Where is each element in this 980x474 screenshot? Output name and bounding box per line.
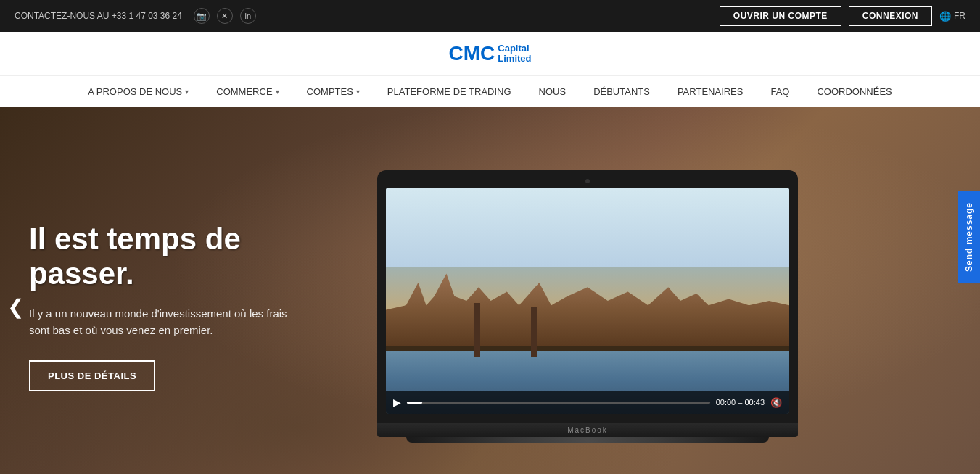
instagram-icon[interactable]: 📷 <box>194 8 210 24</box>
laptop-container: ▶ 00:00 – 00:43 🔇 <box>377 170 798 444</box>
laptop-brand-label: MacBook <box>567 426 608 434</box>
hero-content: ❮ Il est temps de passer. Il y a un nouv… <box>0 170 980 444</box>
hero-text: ❮ Il est temps de passer. Il y a un nouv… <box>29 222 334 392</box>
top-bar: CONTACTEZ-NOUS AU +33 1 47 03 36 24 📷 ✕ … <box>0 0 980 32</box>
laptop-screen: ▶ 00:00 – 00:43 🔇 <box>386 188 789 415</box>
chevron-down-icon: ▾ <box>356 88 360 96</box>
top-bar-left: CONTACTEZ-NOUS AU +33 1 47 03 36 24 📷 ✕ … <box>15 8 256 24</box>
nav-item-debutants[interactable]: DÉBUTANTS <box>590 76 653 108</box>
play-icon[interactable]: ▶ <box>393 396 401 408</box>
top-bar-right: OUVRIR UN COMPTE CONNEXION 🌐 FR <box>720 6 965 26</box>
globe-icon: 🌐 <box>939 11 951 22</box>
nav-label-commerce: COMMERCE <box>216 86 272 97</box>
laptop-foot <box>406 437 769 443</box>
nav-label-trading: PLATEFORME DE TRADING <box>387 86 511 97</box>
logo-cmc: CMC <box>449 42 495 65</box>
open-account-button[interactable]: OUVRIR UN COMPTE <box>720 6 841 26</box>
nav-label-nous: NOUS <box>539 86 567 97</box>
chevron-down-icon: ▾ <box>185 88 189 96</box>
video-time-display: 00:00 – 00:43 <box>716 398 765 407</box>
hero-prev-icon[interactable]: ❮ <box>7 295 24 319</box>
language-selector[interactable]: 🌐 FR <box>939 11 965 22</box>
hero-title: Il est temps de passer. <box>29 222 334 292</box>
login-button[interactable]: CONNEXION <box>849 6 932 26</box>
bridge-tower-right <box>531 307 537 357</box>
nav-label-partenaires: PARTENAIRES <box>678 86 744 97</box>
laptop-base: MacBook <box>377 423 798 437</box>
logo-bar: CMC Capital Limited <box>0 32 980 75</box>
video-progress-bar[interactable] <box>407 402 710 404</box>
nav-item-about[interactable]: A PROPOS DE NOUS ▾ <box>85 76 192 108</box>
hero-subtitle: Il y a un nouveau monde d'investissement… <box>29 306 305 338</box>
laptop-body: ▶ 00:00 – 00:43 🔇 <box>377 170 798 423</box>
main-nav: A PROPOS DE NOUS ▾ COMMERCE ▾ COMPTES ▾ … <box>0 75 980 107</box>
phone-number: CONTACTEZ-NOUS AU +33 1 47 03 36 24 <box>15 11 182 21</box>
twitter-icon[interactable]: ✕ <box>217 8 233 24</box>
nav-label-about: A PROPOS DE NOUS <box>88 86 182 97</box>
nav-label-faq: FAQ <box>770 86 789 97</box>
chevron-down-icon: ▾ <box>276 88 279 96</box>
volume-icon[interactable]: 🔇 <box>770 397 782 408</box>
right-panel: Send message <box>958 191 980 283</box>
nav-item-faq[interactable]: FAQ <box>767 76 792 108</box>
nav-label-coordonnees: COORDONNÉES <box>817 86 892 97</box>
nav-item-coordonnees[interactable]: COORDONNÉES <box>814 76 894 108</box>
logo-text: Capital Limited <box>498 43 531 65</box>
video-progress-fill <box>407 402 422 404</box>
laptop-camera <box>585 179 590 183</box>
nav-label-debutants: DÉBUTANTS <box>593 86 650 97</box>
nav-item-partenaires[interactable]: PARTENAIRES <box>675 76 746 108</box>
social-icons: 📷 ✕ in <box>194 8 256 24</box>
video-content <box>386 188 789 415</box>
linkedin-icon[interactable]: in <box>240 8 256 24</box>
nav-item-trading[interactable]: PLATEFORME DE TRADING <box>384 76 514 108</box>
send-message-button[interactable]: Send message <box>958 191 980 283</box>
nav-item-commerce[interactable]: COMMERCE ▾ <box>213 76 281 108</box>
nav-label-comptes: COMPTES <box>307 86 353 97</box>
video-controls: ▶ 00:00 – 00:43 🔇 <box>386 391 789 414</box>
laptop: ▶ 00:00 – 00:43 🔇 <box>377 170 798 444</box>
site-logo[interactable]: CMC Capital Limited <box>449 42 532 65</box>
bridge-tower-left <box>474 303 480 357</box>
language-label: FR <box>954 11 965 21</box>
nav-item-nous[interactable]: NOUS <box>536 76 569 108</box>
hero-section: ❮ Il est temps de passer. Il y a un nouv… <box>0 107 980 474</box>
nav-item-comptes[interactable]: COMPTES ▾ <box>304 76 363 108</box>
video-bridge <box>446 289 588 357</box>
hero-cta-button[interactable]: PLUS DE DÉTAILS <box>29 360 155 391</box>
